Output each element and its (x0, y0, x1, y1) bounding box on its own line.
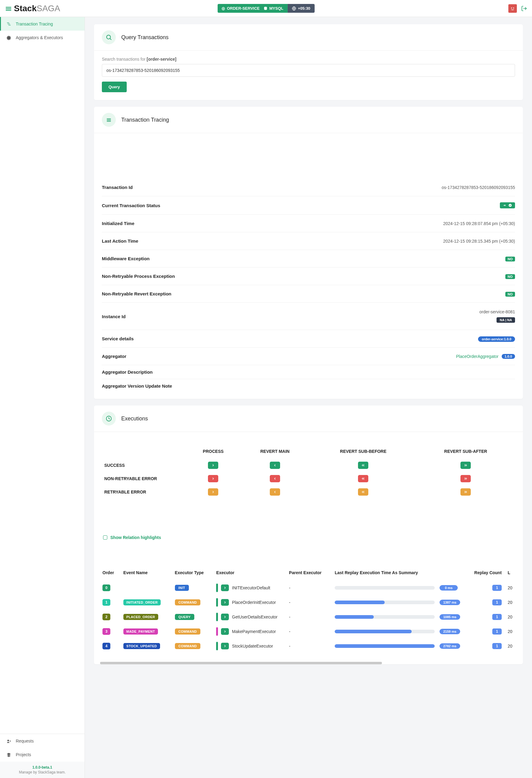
chevron-right-icon (208, 475, 218, 482)
ms-badge: 1387 ms (440, 600, 460, 605)
label-agg-desc: Aggregator Description (102, 370, 153, 375)
progress-bar (335, 601, 435, 604)
topbar: StackSAGA ◎ ORDER-SERVICE MYSQL +05:30 (0, 0, 532, 17)
sidebar-item-aggregators[interactable]: Aggregators & Executors (0, 31, 85, 44)
aggregator-link[interactable]: PlaceOrderAggregator (456, 354, 498, 359)
logo-text-light: SAGA (37, 4, 60, 13)
replay-count: 1 (492, 643, 502, 649)
executor-name: GetUserDetailsExecutor (232, 615, 277, 619)
chevron-right-icon (221, 643, 229, 649)
gear-icon (6, 35, 11, 40)
executions-table: Order Event Name Executor Type Executor … (94, 567, 523, 660)
logout-icon[interactable] (521, 5, 527, 11)
replay-count: 1 (492, 628, 502, 634)
label-instance: Instance Id (102, 314, 125, 319)
order-pill: 2 (102, 614, 110, 620)
menu-icon (102, 113, 116, 127)
chevrons-left-icon (358, 462, 368, 469)
horizontal-scrollbar[interactable] (100, 662, 382, 664)
legend-matrix: PROCESS REVERT MAIN REVERT SUB-BEFORE RE… (94, 432, 523, 517)
event-pill: INITIATED_ORDER (123, 599, 161, 605)
table-row[interactable]: 1INITIATED_ORDERCOMMANDPlaceOrderInitExe… (99, 595, 518, 610)
sidebar-footer: 1.0.0-beta.1 Manage by StackSaga team. (0, 762, 85, 778)
progress-bar (335, 615, 435, 619)
progress-bar (335, 630, 435, 633)
value-middleware: NO (505, 257, 515, 261)
tracing-card: Transaction Tracing Transaction Id os-17… (94, 107, 523, 399)
sidebar-item-label: Requests (16, 738, 34, 744)
svg-point-6 (511, 7, 512, 8)
avatar[interactable] (508, 4, 517, 13)
executor-name: StockUpdateExecutor (232, 644, 273, 648)
value-instance-na: NA | NA (497, 317, 515, 323)
chevrons-right-icon (460, 462, 471, 469)
legend-col: REVERT SUB-BEFORE (310, 444, 416, 459)
chevrons-left-icon (358, 488, 368, 495)
legend-row: SUCCESS (102, 459, 187, 472)
progress-bar (335, 644, 435, 648)
type-pill: INIT (175, 585, 189, 591)
type-pill: COMMAND (175, 599, 201, 605)
table-row[interactable]: 3MADE_PAYMENTCOMMANDMakePaymentExecutor-… (99, 624, 518, 639)
color-bar (216, 598, 218, 607)
table-row[interactable]: 0INITINITExecutorDefault-0 ms120 (99, 580, 518, 595)
logo[interactable]: StackSAGA (5, 4, 60, 13)
chevron-left-icon (270, 488, 280, 495)
query-card: Query Transactions Search transactions f… (94, 24, 523, 100)
chevrons-right-icon (460, 475, 471, 482)
executor-name: PlaceOrderInitExecutor (232, 600, 276, 605)
ms-badge: 0 ms (440, 585, 458, 591)
search-input[interactable] (102, 64, 515, 77)
last-col: 20 (505, 610, 518, 624)
event-pill: MADE_PAYMENT (123, 628, 158, 634)
search-icon (102, 30, 116, 44)
table-row[interactable]: 4STOCK_UPDATEDCOMMANDStockUpdateExecutor… (99, 639, 518, 653)
relation-toggle[interactable]: Show Relation highlights (94, 535, 523, 549)
aggregator-version: 1.0.0 (502, 354, 515, 359)
chevrons-right-icon (460, 488, 471, 495)
target-icon: ◎ (221, 6, 225, 11)
svg-line-17 (110, 38, 111, 40)
checkbox-icon[interactable] (103, 535, 107, 540)
sidebar-item-label: Transaction Tracing (16, 21, 53, 26)
status-badge (500, 202, 515, 208)
search-label: Search transactions for [order-service] (102, 57, 515, 62)
service-badge[interactable]: ◎ ORDER-SERVICE MYSQL (217, 4, 287, 13)
parent-executor: - (286, 624, 332, 639)
event-pill: STOCK_UPDATED (123, 643, 160, 649)
svg-point-7 (513, 7, 514, 8)
ms-badge: 2782 ms (440, 643, 460, 649)
label-status: Current Transaction Status (102, 203, 160, 208)
value-last: 2024-12-15 09:28:15.345 pm (+05:30) (443, 239, 515, 244)
timezone-badge[interactable]: +05:30 (288, 4, 315, 13)
replay-count: 1 (492, 599, 502, 605)
executor-name: INITExecutorDefault (232, 586, 270, 590)
parent-executor: - (286, 580, 332, 595)
legend-col: REVERT SUB-AFTER (416, 444, 515, 459)
sidebar-item-requests[interactable]: Requests (0, 734, 85, 748)
table-row[interactable]: 2PLACED_ORDERQUERYGetUserDetailsExecutor… (99, 610, 518, 624)
th-executor: Executor (213, 567, 286, 580)
sidebar-item-transaction-tracing[interactable]: Transaction Tracing (0, 17, 85, 31)
th-parent: Parent Executor (286, 567, 332, 580)
last-col: 20 (505, 595, 518, 610)
event-pill: PLACED_ORDER (123, 614, 158, 620)
label-nrre: Non-Retryable Revert Exception (102, 291, 171, 296)
sidebar-item-projects[interactable]: Projects (0, 748, 85, 762)
chevrons-left-icon (358, 475, 368, 482)
timezone-value: +05:30 (298, 6, 311, 11)
relation-label: Show Relation highlights (110, 535, 161, 540)
value-init: 2024-12-15 09:28:07.854 pm (+05:30) (443, 221, 515, 226)
service-badges: ◎ ORDER-SERVICE MYSQL +05:30 (217, 4, 315, 13)
executor-name: MakePaymentExecutor (232, 629, 276, 634)
value-instance: order-service-8081 (479, 309, 515, 314)
type-pill: COMMAND (175, 643, 201, 649)
th-event: Event Name (120, 567, 172, 580)
replay-count: 1 (492, 614, 502, 620)
chevron-right-icon (221, 614, 229, 620)
chevron-right-icon (221, 599, 229, 606)
type-pill: COMMAND (175, 628, 201, 634)
db-name: MYSQL (269, 6, 283, 11)
query-button[interactable]: Query (102, 82, 127, 92)
sidebar-item-label: Projects (16, 752, 31, 757)
